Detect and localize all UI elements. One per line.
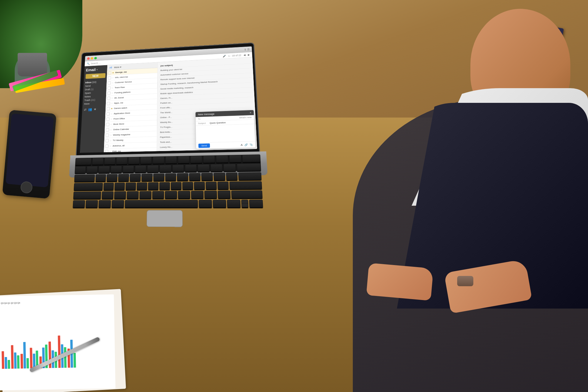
popup-body[interactable]: [196, 124, 255, 143]
key-cmd-r[interactable]: [199, 200, 212, 208]
key-backspace[interactable]: [237, 163, 261, 171]
window-minimize-button[interactable]: [91, 57, 93, 60]
popup-close-icon[interactable]: ×: [250, 111, 251, 114]
key-delete[interactable]: [242, 155, 260, 163]
popup-subject-value[interactable]: Quick Question: [210, 121, 226, 124]
key-2[interactable]: [98, 166, 110, 173]
row-star[interactable]: ☆: [111, 97, 114, 99]
key-6[interactable]: [147, 165, 159, 172]
row-star[interactable]: ☆: [111, 86, 114, 89]
key-z[interactable]: [102, 191, 113, 199]
key-alt-r[interactable]: [213, 200, 226, 208]
key-equal[interactable]: [223, 164, 236, 172]
row-checkbox[interactable]: [107, 86, 111, 90]
window-close-button[interactable]: [87, 57, 90, 60]
row-checkbox[interactable]: [107, 91, 111, 95]
key-q[interactable]: [95, 174, 106, 182]
key-f12[interactable]: [229, 155, 242, 163]
new-email-button[interactable]: NEW: [86, 73, 106, 79]
row-star[interactable]: ☆: [109, 150, 112, 152]
row-checkbox[interactable]: [108, 71, 111, 74]
key-f5[interactable]: [140, 157, 152, 164]
row-star[interactable]: ☆: [110, 134, 113, 136]
key-f11[interactable]: [216, 155, 228, 163]
row-checkbox[interactable]: [107, 102, 110, 105]
key-shift-r[interactable]: [231, 190, 263, 199]
sidebar-item-more[interactable]: More: [84, 101, 104, 106]
prev-page-icon[interactable]: ◀: [243, 53, 245, 56]
row-checkbox[interactable]: [105, 150, 108, 152]
row-checkbox[interactable]: [108, 76, 111, 79]
key-4[interactable]: [123, 165, 134, 173]
key-5[interactable]: [135, 165, 146, 173]
row-checkbox[interactable]: [105, 144, 109, 148]
key-w[interactable]: [107, 174, 118, 182]
row-checkbox[interactable]: [107, 107, 110, 110]
key-comma[interactable]: [191, 191, 203, 199]
key-space[interactable]: [125, 200, 198, 208]
key-s[interactable]: [114, 182, 125, 190]
key-g[interactable]: [148, 182, 158, 190]
key-bracket-l[interactable]: [213, 173, 225, 181]
row-checkbox[interactable]: [105, 139, 109, 142]
key-f8[interactable]: [178, 156, 189, 163]
row-star[interactable]: ☆: [112, 81, 114, 84]
key-enter[interactable]: [229, 181, 262, 190]
row-star[interactable]: ☆: [110, 128, 113, 131]
key-9[interactable]: [185, 164, 197, 172]
row-star[interactable]: ☆: [111, 112, 113, 115]
key-tab[interactable]: [74, 175, 95, 182]
key-t[interactable]: [141, 174, 152, 181]
key-slash[interactable]: [218, 191, 230, 199]
key-backslash[interactable]: [238, 172, 262, 180]
key-fn[interactable]: [73, 200, 85, 208]
key-v[interactable]: [139, 191, 151, 199]
row-checkbox[interactable]: [108, 81, 111, 84]
key-f9[interactable]: [190, 155, 202, 163]
key-d[interactable]: [126, 182, 136, 190]
key-esc[interactable]: [75, 158, 92, 165]
key-arrows-ud[interactable]: [241, 200, 248, 207]
key-a[interactable]: [103, 183, 114, 190]
key-7[interactable]: [160, 165, 171, 172]
key-p[interactable]: [201, 173, 213, 181]
row-checkbox[interactable]: [106, 123, 109, 126]
title-dropdown-arrow[interactable]: ▾: [97, 68, 98, 71]
row-star[interactable]: ☆: [111, 102, 113, 105]
key-bracket-r[interactable]: [226, 172, 238, 180]
key-b[interactable]: [152, 191, 164, 199]
key-0[interactable]: [198, 164, 210, 172]
key-semicolon[interactable]: [206, 182, 217, 190]
key-e[interactable]: [118, 174, 129, 182]
key-arrow-l[interactable]: [227, 200, 240, 208]
key-f7[interactable]: [165, 156, 177, 164]
row-star[interactable]: ★: [111, 107, 113, 110]
send-button[interactable]: Send: [198, 143, 210, 148]
key-f3[interactable]: [116, 157, 128, 165]
row-checkbox[interactable]: [106, 133, 109, 137]
sidebar-star-icon[interactable]: ★: [93, 107, 97, 111]
format-text-icon[interactable]: A: [241, 143, 243, 146]
row-star[interactable]: ★: [112, 71, 115, 74]
sidebar-people-icon[interactable]: 👥: [88, 108, 92, 111]
row-checkbox[interactable]: [106, 118, 109, 121]
key-alt-l[interactable]: [98, 200, 111, 208]
key-c[interactable]: [127, 191, 139, 199]
row-star[interactable]: ☆: [111, 91, 114, 94]
key-8[interactable]: [172, 165, 184, 172]
key-caps[interactable]: [74, 183, 103, 190]
attach-icon[interactable]: 📎: [250, 143, 253, 146]
key-x[interactable]: [114, 191, 126, 199]
key-f6[interactable]: [153, 156, 164, 164]
row-star[interactable]: ☆: [110, 123, 113, 125]
key-arrow-r[interactable]: [249, 200, 263, 208]
next-page-icon[interactable]: ▶: [248, 53, 250, 56]
key-n[interactable]: [165, 191, 177, 199]
key-minus[interactable]: [211, 164, 223, 172]
trackpad[interactable]: [147, 210, 183, 227]
key-r[interactable]: [130, 174, 141, 181]
key-ctrl[interactable]: [86, 200, 98, 208]
key-3[interactable]: [111, 165, 122, 173]
key-tilde[interactable]: [75, 166, 86, 173]
all-filter-button[interactable]: All: [109, 66, 112, 69]
